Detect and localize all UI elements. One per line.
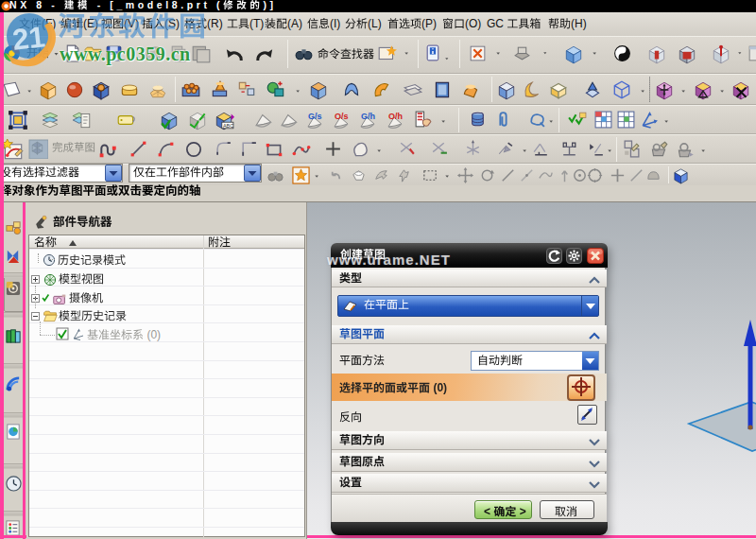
- svg-text:-: -: [97, 0, 104, 10]
- svg-text:GC: GC: [487, 18, 504, 30]
- svg-text:(0): (0): [146, 329, 161, 341]
- svg-text:(I): (I): [330, 18, 340, 30]
- svg-text:ABC: ABC: [223, 123, 233, 129]
- svg-text:>: >: [520, 506, 526, 518]
- svg-text:(0): (0): [433, 382, 447, 394]
- svg-text:(H): (H): [571, 18, 587, 30]
- svg-text:(: (: [216, 0, 223, 10]
- svg-text:8: 8: [36, 0, 44, 10]
- svg-text:(T): (T): [249, 18, 264, 30]
- svg-text:(P): (P): [421, 18, 437, 30]
- svg-text:(A): (A): [287, 18, 302, 30]
- svg-text:[_model8.prt: [_model8.prt: [110, 0, 210, 10]
- svg-text:(L): (L): [368, 18, 382, 30]
- svg-text:-: -: [51, 0, 58, 10]
- svg-text:NX: NX: [9, 0, 30, 10]
- svg-text:(O): (O): [465, 18, 481, 30]
- svg-text:<: <: [484, 506, 490, 518]
- svg-text:)]: )]: [264, 0, 277, 10]
